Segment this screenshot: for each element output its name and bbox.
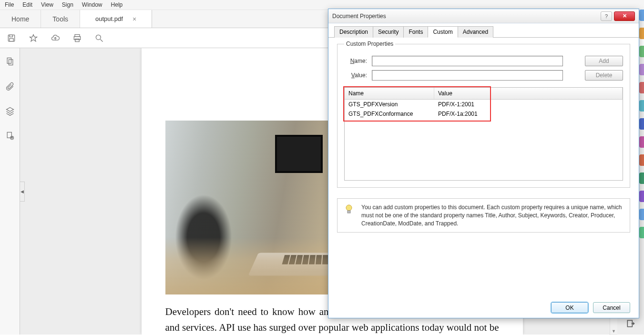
value-input[interactable]	[372, 70, 563, 81]
dialog-content: Custom Properties Name: Add Value: Delet…	[328, 38, 639, 238]
cell-name: GTS_PDFXConformance	[345, 109, 434, 119]
navigation-pane	[0, 48, 20, 335]
color-tab[interactable]	[639, 28, 644, 39]
tab-description[interactable]: Description	[334, 26, 373, 38]
tab-home[interactable]: Home	[0, 10, 41, 28]
layers-icon[interactable]	[5, 106, 15, 118]
header-value[interactable]: Value	[434, 88, 623, 99]
table-row[interactable]: GTS_PDFXVersion PDF/X-1:2001	[345, 100, 623, 109]
document-tab[interactable]: output.pdf ×	[80, 10, 152, 28]
color-tab[interactable]	[639, 191, 644, 202]
add-button[interactable]: Add	[585, 56, 623, 66]
custom-properties-fieldset: Custom Properties Name: Add Value: Delet…	[337, 41, 630, 188]
save-icon[interactable]	[6, 32, 17, 44]
cloud-upload-icon[interactable]	[50, 32, 61, 44]
name-label: Name:	[344, 58, 367, 64]
menu-edit[interactable]: Edit	[22, 1, 32, 8]
ok-button[interactable]: OK	[551, 302, 588, 313]
scroll-down-icon[interactable]: ▼	[610, 327, 617, 335]
collapse-handle-icon[interactable]: ◀	[20, 182, 25, 202]
table-row[interactable]: GTS_PDFXConformance PDF/X-1a:2001	[345, 109, 623, 119]
close-tab-icon[interactable]: ×	[133, 15, 136, 23]
name-input[interactable]	[372, 56, 563, 66]
color-tab[interactable]	[639, 154, 644, 166]
thumbnails-icon[interactable]	[5, 57, 15, 68]
document-properties-dialog: Document Properties ? ✕ Description Secu…	[328, 9, 639, 318]
document-tab-label: output.pdf	[95, 15, 123, 22]
dialog-titlebar[interactable]: Document Properties ? ✕	[328, 9, 639, 23]
dialog-tabs: Description Security Fonts Custom Advanc…	[328, 23, 639, 38]
properties-table[interactable]: Name Value GTS_PDFXVersion PDF/X-1:2001 …	[344, 87, 623, 181]
dialog-title: Document Properties	[332, 13, 386, 20]
tab-custom[interactable]: Custom	[428, 26, 458, 38]
star-icon[interactable]	[28, 32, 39, 44]
svg-point-24	[346, 205, 352, 211]
tab-tools[interactable]: Tools	[41, 10, 80, 28]
svg-rect-1	[10, 35, 13, 37]
color-tab[interactable]	[639, 118, 644, 130]
tab-security[interactable]: Security	[373, 26, 404, 38]
menu-file[interactable]: File	[5, 1, 14, 8]
svg-point-6	[96, 35, 101, 40]
menu-sign[interactable]: Sign	[62, 1, 73, 8]
color-tab[interactable]	[639, 136, 644, 148]
tab-fonts[interactable]: Fonts	[403, 26, 428, 38]
svg-line-7	[101, 39, 103, 41]
svg-rect-19	[9, 60, 12, 65]
color-tab[interactable]	[639, 82, 644, 93]
header-name[interactable]: Name	[345, 88, 434, 99]
svg-rect-22	[11, 137, 12, 139]
menu-window[interactable]: Window	[82, 1, 102, 8]
svg-rect-5	[75, 39, 79, 41]
cancel-button[interactable]: Cancel	[593, 302, 630, 313]
value-label: Value:	[344, 72, 367, 79]
svg-rect-18	[7, 58, 11, 64]
tools-color-strip	[639, 10, 644, 238]
color-tab[interactable]	[639, 100, 644, 112]
fieldset-legend: Custom Properties	[344, 41, 395, 47]
cell-name: GTS_PDFXVersion	[345, 100, 434, 109]
info-box: You can add custom properties to this do…	[337, 198, 630, 233]
search-icon[interactable]	[93, 32, 105, 44]
svg-rect-3	[75, 34, 80, 36]
table-header: Name Value	[345, 88, 623, 100]
lightbulb-icon	[343, 203, 355, 215]
color-tab[interactable]	[639, 209, 644, 220]
dialog-help-icon[interactable]: ?	[601, 11, 612, 21]
secured-icon[interactable]	[5, 131, 15, 142]
print-icon[interactable]	[72, 32, 83, 44]
attachment-icon[interactable]	[5, 81, 15, 93]
delete-button[interactable]: Delete	[585, 70, 623, 81]
svg-rect-2	[10, 38, 13, 41]
tab-advanced[interactable]: Advanced	[458, 26, 493, 38]
menu-view[interactable]: View	[41, 1, 53, 8]
info-text: You can add custom properties to this do…	[361, 203, 624, 227]
export-icon[interactable]	[626, 319, 635, 330]
color-tab[interactable]	[639, 10, 644, 21]
color-tab[interactable]	[639, 227, 644, 238]
cell-value: PDF/X-1a:2001	[434, 109, 623, 119]
menu-help[interactable]: Help	[111, 1, 123, 8]
dialog-footer: OK Cancel	[551, 302, 630, 313]
svg-rect-25	[348, 211, 350, 213]
color-tab[interactable]	[639, 173, 644, 184]
color-tab[interactable]	[639, 64, 644, 75]
cell-value: PDF/X-1:2001	[434, 100, 623, 109]
color-tab[interactable]	[639, 46, 644, 57]
dialog-close-icon[interactable]: ✕	[614, 11, 635, 21]
